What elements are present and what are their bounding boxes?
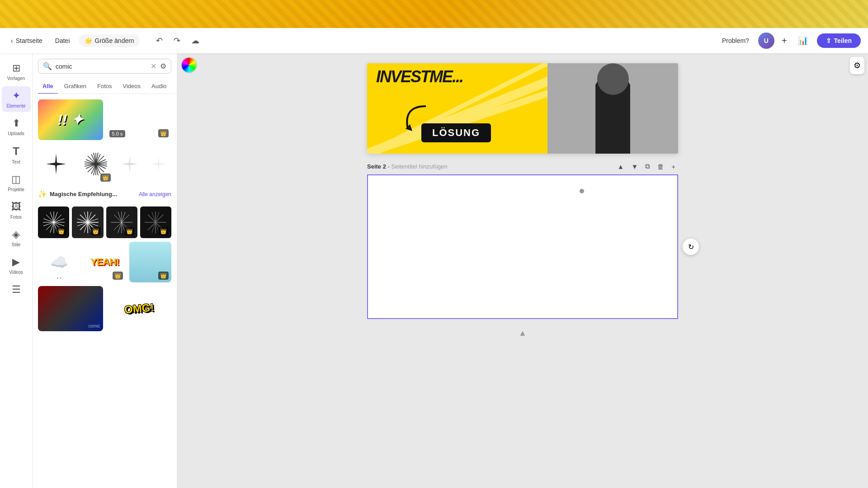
- sidebar-item-uploads[interactable]: ⬆ Uploads: [2, 114, 31, 140]
- problem-button[interactable]: Problem?: [718, 35, 753, 46]
- sidebar-item-text[interactable]: T Text: [2, 141, 31, 168]
- sidebar-item-stile[interactable]: ◈ Stile: [2, 225, 31, 251]
- comic-exclamation-element[interactable]: !! ✦: [38, 99, 103, 140]
- tab-alle[interactable]: Alle: [38, 79, 58, 94]
- sidebar-item-label: Text: [12, 160, 20, 164]
- sidebar-item-label: Uploads: [8, 131, 24, 136]
- cloud-element[interactable]: ☁️ • •: [38, 242, 80, 282]
- photo-label: comic: [88, 324, 100, 328]
- comic-photo-element[interactable]: comic: [38, 286, 103, 331]
- star-element-2[interactable]: [117, 144, 142, 184]
- groesse-label: Größe ändern: [95, 37, 134, 44]
- sidebar-item-vorlagen[interactable]: ⊞ Vorlagen: [2, 59, 31, 84]
- sidebar-item-label: Stile: [12, 242, 20, 247]
- color-swatch[interactable]: [181, 57, 197, 73]
- add-user-button[interactable]: +: [780, 34, 789, 48]
- star-element-3[interactable]: [146, 144, 171, 184]
- comic-green-video-element[interactable]: 5.0 s 👑: [107, 99, 172, 140]
- magic-element-1[interactable]: 👑: [38, 206, 69, 238]
- tab-grafiken[interactable]: Grafiken: [60, 79, 91, 94]
- analytics-button[interactable]: 📊: [794, 34, 811, 47]
- magic-element-2[interactable]: 👑: [72, 206, 103, 238]
- sidebar-item-fotos[interactable]: 🖼 Fotos: [2, 197, 31, 223]
- blue-premium: 👑: [158, 272, 169, 280]
- page-duplicate-button[interactable]: ⧉: [642, 161, 653, 172]
- page-2-header: Seite 2 - Seitentitel hinzufügen ▲ ▼ ⧉ 🗑…: [367, 161, 678, 172]
- page-move-up-button[interactable]: ▲: [615, 161, 627, 172]
- sidebar-item-elemente[interactable]: ✦ Elemente: [2, 86, 31, 112]
- projects-icon: ◫: [11, 174, 21, 185]
- sidebar-item-label: Videos: [9, 270, 23, 275]
- omg-element[interactable]: OMG!: [107, 286, 172, 331]
- photos-icon: 🖼: [11, 201, 21, 213]
- header-center: ↶ ↷ ☁: [152, 34, 203, 47]
- share-button[interactable]: ⇧ Teilen: [817, 33, 861, 48]
- man-area: [547, 63, 678, 154]
- clear-search-button[interactable]: ✕: [151, 62, 156, 70]
- sidebar-item-videos[interactable]: ▶ Videos: [2, 253, 31, 278]
- four-star-svg-3: [151, 156, 167, 172]
- tab-videos[interactable]: Videos: [118, 79, 146, 94]
- premium-crown-badge: 👑: [158, 129, 169, 137]
- search-icon: 🔍: [43, 62, 52, 70]
- premium-badge-m1: 👑: [56, 227, 66, 235]
- filter-button[interactable]: ⚙: [160, 62, 166, 70]
- sidebar-item-label: Projekte: [8, 187, 24, 192]
- groesse-button[interactable]: 🌟 Größe ändern: [79, 34, 140, 47]
- search-input[interactable]: [56, 63, 147, 70]
- blue-gradient-element[interactable]: 👑: [129, 242, 171, 282]
- yeah-premium: 👑: [113, 272, 123, 280]
- sidebar-item-label: Fotos: [10, 215, 22, 220]
- sidebar-icons: ⊞ Vorlagen ✦ Elemente ⬆ Uploads T Text ◫…: [0, 53, 33, 488]
- chevron-left-icon: ‹: [11, 37, 13, 44]
- premium-badge-m2: 👑: [90, 227, 101, 235]
- exclamation-text: !! ✦: [57, 111, 83, 128]
- datei-button[interactable]: Datei: [52, 35, 74, 46]
- page-2-wrapper: ↻: [367, 174, 678, 319]
- canvas-filter-button[interactable]: ⚙: [850, 57, 864, 74]
- redo-button[interactable]: ↷: [170, 34, 184, 47]
- avatar-initials: U: [764, 37, 769, 44]
- cloud-save-button[interactable]: ☁: [188, 34, 203, 47]
- scroll-up-indicator: ▲: [186, 326, 859, 340]
- magic-title-text: Magische Empfehlung...: [50, 191, 117, 197]
- tab-audio[interactable]: Audio: [147, 79, 171, 94]
- avatar[interactable]: U: [758, 33, 774, 49]
- investment-text-span: INVESTME...: [376, 67, 463, 86]
- element-row-4: comic OMG!: [38, 286, 171, 331]
- home-label: Startseite: [16, 37, 42, 44]
- page-2-dash: -: [388, 163, 392, 170]
- page-2-title-placeholder[interactable]: Seitentitel hinzufügen: [392, 163, 448, 170]
- page-2-design[interactable]: [367, 174, 678, 319]
- yeah-text: YEAH!: [90, 256, 119, 268]
- rotate-button[interactable]: ↻: [683, 239, 699, 255]
- magic-title: ✨ Magische Empfehlung...: [38, 190, 117, 198]
- main-layout: ⊞ Vorlagen ✦ Elemente ⬆ Uploads T Text ◫…: [0, 53, 868, 488]
- tab-fotos[interactable]: Fotos: [93, 79, 117, 94]
- star-element-1[interactable]: [38, 144, 74, 184]
- show-all-button[interactable]: Alle anzeigen: [139, 191, 171, 197]
- search-bar-container: 🔍 ✕ ⚙: [38, 59, 171, 74]
- burst-element[interactable]: 👑: [78, 144, 114, 184]
- yeah-element[interactable]: YEAH! 👑: [84, 242, 126, 282]
- header-toolbar: ‹ Startseite Datei 🌟 Größe ändern ↶ ↷ ☁ …: [0, 28, 868, 53]
- magic-icon: ✨: [38, 190, 47, 198]
- magic-element-4[interactable]: 👑: [140, 206, 171, 238]
- home-button[interactable]: ‹ Startseite: [7, 35, 46, 46]
- investment-text: INVESTME...: [376, 69, 463, 85]
- undo-button[interactable]: ↶: [152, 34, 166, 47]
- sidebar-item-projekte[interactable]: ◫ Projekte: [2, 170, 31, 196]
- cloud-dots: • •: [57, 276, 61, 281]
- page-add-button[interactable]: +: [669, 161, 678, 172]
- page-1-container: INVESTME... LÖSUNG: [367, 61, 678, 154]
- page-move-down-button[interactable]: ▼: [628, 161, 641, 172]
- sidebar-item-more[interactable]: ☰: [2, 280, 31, 299]
- upload-icon: ⬆: [12, 117, 20, 129]
- video-duration-badge: 5.0 s: [109, 130, 126, 137]
- page-delete-button[interactable]: 🗑: [655, 161, 667, 172]
- page-1-canvas[interactable]: INVESTME... LÖSUNG: [367, 63, 678, 154]
- magic-element-3[interactable]: 👑: [106, 206, 137, 238]
- man-head: [597, 63, 629, 95]
- sun-icon: 🌟: [85, 37, 92, 44]
- page-2-actions: ▲ ▼ ⧉ 🗑 +: [615, 161, 678, 172]
